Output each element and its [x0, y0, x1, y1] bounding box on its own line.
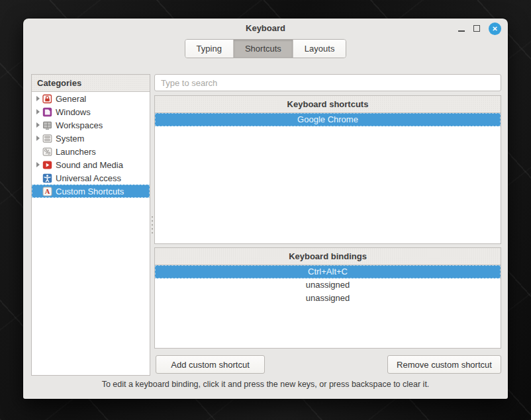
search-input[interactable] — [154, 74, 501, 91]
svg-text:A: A — [45, 188, 50, 195]
titlebar: Keyboard ✕ — [23, 19, 508, 38]
tabbar: Typing Shortcuts Layouts — [23, 39, 508, 58]
chevron-right-icon[interactable] — [34, 96, 42, 101]
sidebar-item-label: System — [56, 134, 84, 144]
window-title: Keyboard — [23, 19, 508, 38]
custom-shortcuts-icon: A — [42, 187, 52, 196]
sidebar-item-windows[interactable]: Windows — [32, 105, 150, 118]
sidebar-item-label: Custom Shortcuts — [56, 187, 124, 196]
sidebar-item-label: Workspaces — [56, 120, 103, 130]
launchers-icon — [42, 147, 52, 157]
tab-group: Typing Shortcuts Layouts — [185, 39, 347, 58]
keyboard-shortcuts-panel: Keyboard shortcuts Google Chrome — [154, 95, 501, 244]
general-icon — [42, 94, 52, 104]
sidebar-item-workspaces[interactable]: Workspaces — [32, 118, 150, 132]
tab-layouts[interactable]: Layouts — [293, 40, 346, 58]
tab-typing[interactable]: Typing — [185, 40, 234, 58]
close-icon[interactable]: ✕ — [489, 22, 501, 35]
chevron-right-icon[interactable] — [34, 162, 42, 167]
windows-icon — [42, 107, 52, 117]
tab-shortcuts[interactable]: Shortcuts — [234, 40, 293, 58]
sidebar-item-custom-shortcuts[interactable]: A Custom Shortcuts — [32, 185, 150, 198]
keyboard-bindings-header: Keyboard bindings — [155, 248, 501, 265]
sidebar-item-universal-access[interactable]: Universal Access — [32, 171, 150, 185]
keyboard-settings-window: Keyboard ✕ Typing Shortcuts Layouts Cate… — [23, 19, 508, 399]
add-custom-shortcut-button[interactable]: Add custom shortcut — [156, 355, 265, 374]
sidebar-item-label: Sound and Media — [56, 160, 123, 170]
categories-panel: Categories General Windows Workspaces — [31, 74, 150, 376]
universal-access-icon — [42, 173, 52, 183]
keyboard-bindings-panel: Keyboard bindings Ctrl+Alt+C unassigned … — [154, 247, 501, 349]
sidebar-item-label: Windows — [56, 107, 91, 117]
sidebar-item-sound-and-media[interactable]: Sound and Media — [32, 158, 150, 171]
shortcut-row-google-chrome[interactable]: Google Chrome — [155, 113, 501, 126]
sidebar-item-general[interactable]: General — [32, 92, 150, 105]
sidebar-item-label: Launchers — [56, 147, 96, 157]
workspaces-icon — [42, 120, 52, 130]
maximize-icon[interactable] — [473, 25, 480, 32]
minimize-icon[interactable] — [458, 26, 465, 32]
chevron-right-icon[interactable] — [34, 109, 42, 114]
remove-custom-shortcut-button[interactable]: Remove custom shortcut — [387, 355, 501, 374]
sidebar-item-label: Universal Access — [56, 173, 121, 183]
sidebar-item-label: General — [56, 94, 86, 104]
chevron-right-icon[interactable] — [34, 136, 42, 141]
binding-row[interactable]: unassigned — [155, 292, 501, 305]
sidebar-item-system[interactable]: System — [32, 132, 150, 145]
chevron-right-icon[interactable] — [34, 122, 42, 128]
binding-edit-hint: To edit a keyboard binding, click it and… — [23, 380, 508, 389]
sidebar-item-launchers[interactable]: Launchers — [32, 145, 150, 158]
keyboard-shortcuts-header: Keyboard shortcuts — [155, 96, 501, 113]
window-controls: ✕ — [458, 19, 501, 38]
system-icon — [42, 134, 52, 144]
sound-media-icon — [42, 160, 52, 170]
binding-row[interactable]: unassigned — [155, 278, 501, 292]
categories-header: Categories — [32, 75, 150, 92]
binding-row[interactable]: Ctrl+Alt+C — [155, 265, 501, 278]
